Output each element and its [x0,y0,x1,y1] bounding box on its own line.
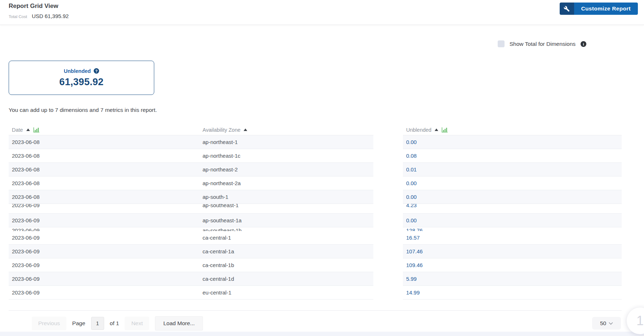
table-row: 109.46 [403,258,622,272]
report-note: You can add up to 7 dimensions and 7 met… [9,107,157,113]
table-row: 2023-06-09 ap-southeast-1 [9,204,373,214]
table-row: 2023-06-08 ap-northeast-2a [9,176,373,190]
table-row: 2023-06-09 eu-central-1 [9,286,373,300]
date-cell: 2023-06-09 [9,286,199,299]
unblended-column-header[interactable]: Unblended [403,127,622,133]
date-cell: 2023-06-08 [9,135,199,149]
zone-cell: eu-central-1 [199,286,373,299]
zone-cell: ap-southeast-1a [199,214,373,227]
value-cell: 5.99 [403,272,622,285]
date-cell: 2023-06-09 [9,231,199,244]
zone-cell: ap-south-1 [199,190,373,204]
table-row: 0.00 [403,176,622,190]
zone-header-label: Availability Zone [203,127,240,133]
zone-cell: ap-northeast-1 [199,135,373,149]
dimensions-table-header: Date Availability Zone [9,125,373,135]
date-cell: 2023-06-09 [9,245,199,258]
info-icon[interactable]: i [581,41,586,47]
wrench-icon [560,3,574,15]
customize-report-label: Customize Report [574,3,638,15]
value-cell: 14.99 [403,286,622,299]
metrics-table: Unblended 0.00 0.08 0.01 0.00 0.00 [403,125,622,300]
table-row: 107.46 [403,245,622,258]
sort-asc-icon[interactable] [435,128,438,131]
sort-asc-icon[interactable] [26,128,30,131]
value-cell: 0.00 [403,176,622,190]
table-row: 2023-06-09 ca-central-1a [9,245,373,258]
help-icon[interactable]: ? [94,68,99,74]
date-cell: 2023-06-09 [9,227,199,231]
bar-chart-icon[interactable] [33,127,40,133]
date-cell: 2023-06-09 [9,214,199,227]
pagination: Previous Page of 1 Next Load More... [32,316,203,331]
bar-chart-icon[interactable] [441,127,448,133]
page-label: Page [72,320,85,327]
unblended-summary-card: Unblended ? 61,395.92 [9,61,154,95]
table-row: 0.01 [403,163,622,176]
zone-cell: ca-central-1b [199,258,373,272]
total-cost-value: USD 61,395.92 [32,13,69,19]
date-cell: 2023-06-09 [9,272,199,285]
value-cell: 4.23 [403,204,622,212]
total-cost: Total Cost USD 61,395.92 [9,13,69,19]
date-cell: 2023-06-08 [9,163,199,176]
page-title: Report Grid View [9,3,58,10]
value-cell: 107.46 [403,245,622,258]
show-total-control: Show Total for Dimensions i [498,40,586,47]
page-size-value: 50 [600,320,606,327]
zone-column-header[interactable]: Availability Zone [199,127,373,133]
table-row: 0.00 [403,214,622,227]
next-button[interactable]: Next [125,317,149,330]
unblended-header-label: Unblended [406,127,431,133]
table-row: 2023-06-09 ca-central-1b [9,258,373,272]
chevron-down-icon [609,322,613,325]
value-cell: 16.57 [403,231,622,244]
table-row: 2023-06-08 ap-south-1 [9,190,373,204]
page-number-input[interactable] [91,317,104,330]
fab-glyph: 1 [636,313,644,328]
total-cost-label: Total Cost [9,14,27,19]
dimensions-table-body: 2023-06-08 ap-northeast-1 2023-06-08 ap-… [9,135,373,300]
date-cell: 2023-06-09 [9,204,199,212]
ghost-row-artifact: 128.76 [403,227,622,231]
zone-cell: ap-northeast-2 [199,163,373,176]
metrics-table-body: 0.00 0.08 0.01 0.00 0.00 4.23 0.00 128.7… [403,135,622,300]
table-row: 0.00 [403,190,622,204]
table-row: 2023-06-09 ap-southeast-1a [9,214,373,227]
table-row: 0.08 [403,149,622,163]
customize-report-button[interactable]: Customize Report [560,3,638,15]
summary-card-label: Unblended [64,68,91,74]
table-row: 14.99 [403,286,622,300]
show-total-checkbox[interactable] [498,40,505,47]
table-row: 4.23 [403,204,622,214]
value-cell: 0.00 [403,214,622,227]
zone-cell: ca-central-1a [199,245,373,258]
zone-cell: ap-southeast-1b [199,227,373,231]
table-row: 2023-06-09 ca-central-1d [9,272,373,286]
table-row: 2023-06-08 ap-northeast-1c [9,149,373,163]
footer-divider [9,310,622,311]
page-size-dropdown[interactable]: 50 [592,317,621,330]
show-total-label: Show Total for Dimensions [510,41,576,47]
scroll-top-fab[interactable]: 1 [627,307,644,334]
table-row: 2023-06-08 ap-northeast-2 [9,163,373,176]
value-cell: 0.00 [403,135,622,149]
value-cell: 0.00 [403,190,622,204]
previous-button[interactable]: Previous [32,317,66,330]
summary-card-value: 61,395.92 [59,77,104,88]
date-cell: 2023-06-08 [9,190,199,204]
table-row: 2023-06-08 ap-northeast-1 [9,135,373,149]
date-cell: 2023-06-08 [9,176,199,190]
load-more-button[interactable]: Load More... [155,316,203,331]
page-background-strip [0,332,644,336]
sort-asc-icon[interactable] [244,128,247,131]
value-cell: 0.08 [403,149,622,162]
value-cell: 109.46 [403,258,622,272]
date-column-header[interactable]: Date [9,127,199,133]
ghost-row-artifact: 2023-06-09 ap-southeast-1b [9,227,373,231]
top-bar: Report Grid View Total Cost USD 61,395.9… [0,0,644,25]
date-header-label: Date [12,127,23,133]
zone-cell: ca-central-1 [199,231,373,244]
zone-cell: ap-southeast-1 [199,204,373,212]
table-row: 0.00 [403,135,622,149]
